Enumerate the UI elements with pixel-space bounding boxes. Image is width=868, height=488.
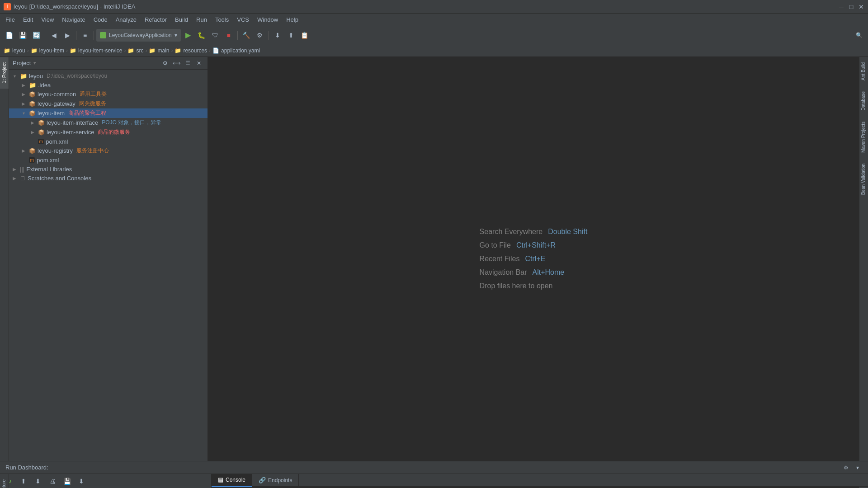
menu-view[interactable]: View	[38, 14, 57, 25]
toolbar-vcs-update-btn[interactable]: ⬇	[271, 29, 284, 42]
menu-vcs[interactable]: VCS	[233, 14, 253, 25]
toolbar-vcs-history-btn[interactable]: 📋	[298, 29, 311, 42]
run-scroll-down-btn[interactable]: ⬇	[32, 475, 44, 488]
breadcrumb-main[interactable]: 📁 main	[149, 47, 169, 54]
tree-item-idea[interactable]: ▶ 📁 .idea	[9, 80, 208, 89]
tree-item-external-libs[interactable]: ▶ ||| External Libraries	[9, 164, 208, 174]
hint-shortcut: Ctrl+Shift+R	[516, 241, 556, 249]
bottom-panel-header-icons: ⚙ ▾	[841, 463, 863, 473]
toolbar-stop-btn[interactable]: ■	[222, 29, 235, 42]
menu-build[interactable]: Build	[171, 14, 192, 25]
toolbar-sep1	[45, 31, 45, 40]
run-config-selector[interactable]: LeyouGatewayApplication ▾	[96, 29, 181, 42]
breadcrumb-leyou-item[interactable]: 📁 leyou-item	[31, 47, 64, 54]
toolbar-debug-btn[interactable]: 🐛	[195, 29, 208, 42]
tree-label: Scratches and Consoles	[28, 175, 91, 182]
search-everywhere-btn[interactable]: 🔍	[853, 29, 865, 42]
menu-refactor[interactable]: Refactor	[141, 14, 170, 25]
sidebar-tab-maven[interactable]: Maven Projects	[859, 116, 868, 158]
tree-item-pom1[interactable]: m pom.xml	[9, 137, 208, 146]
menu-edit[interactable]: Edit	[19, 14, 37, 25]
run-settings-btn[interactable]: ⚙	[841, 463, 851, 473]
console-tab-label: Console	[226, 477, 245, 483]
toolbar-structure-btn[interactable]: ≡	[79, 29, 91, 42]
tree-item-leyou-item-service[interactable]: ▶ 📦 leyou-item-service 商品的微服务	[9, 127, 208, 137]
menu-tools[interactable]: Tools	[212, 14, 232, 25]
breadcrumb-sep1: ›	[27, 47, 29, 54]
run-save-btn[interactable]: 💾	[61, 475, 73, 488]
breadcrumb-resources[interactable]: 📁 resources	[175, 47, 207, 54]
tree-item-leyou-gateway[interactable]: ▶ 📦 leyou-gateway 网关微服务	[9, 99, 208, 108]
tree-label: leyou-registry	[38, 147, 73, 154]
breadcrumb-leyou[interactable]: 📁 leyou	[4, 47, 25, 54]
minimize-button[interactable]: ─	[838, 4, 844, 10]
hint-label: Recent Files	[480, 255, 520, 263]
toolbar-sync-btn[interactable]: 🔄	[30, 29, 42, 42]
dropdown-arrow[interactable]: ▾	[33, 60, 36, 66]
expand-arrow: ▶	[11, 165, 18, 173]
close-button[interactable]: ✕	[858, 4, 864, 10]
menu-code[interactable]: Code	[90, 14, 111, 25]
toolbar-coverage-btn[interactable]: 🛡	[209, 29, 222, 42]
toolbar-vcs-commit-btn[interactable]: ⬆	[285, 29, 297, 42]
sidebar-tab-structure[interactable]: 2: Structure	[0, 474, 9, 488]
toolbar-sep4	[237, 31, 238, 40]
breadcrumb-application-yaml[interactable]: 📄 application.yaml	[212, 47, 260, 54]
run-filter-btn[interactable]: ⬇	[75, 475, 88, 488]
menu-navigate[interactable]: Navigate	[58, 14, 89, 25]
scratch-icon: 🗒	[20, 175, 26, 182]
tree-item-leyou-item[interactable]: ▾ 📦 leyou-item 商品的聚合工程	[9, 108, 208, 118]
run-config-icon	[100, 32, 106, 38]
run-print-btn[interactable]: 🖨	[46, 475, 59, 488]
toolbar-forward-btn[interactable]: ▶	[61, 29, 74, 42]
title-bar: I leyou [D:\idea_workspace\leyou] - Inte…	[0, 0, 868, 14]
breadcrumb-label: resources	[183, 47, 207, 54]
toolbar-sep3	[94, 31, 94, 40]
hint-search-everywhere: Search Everywhere Double Shift	[480, 228, 588, 236]
run-dashboard-left: 2: Structure ↻ ⬆ ⬇ 🖨 💾 ⬇ ▾ 🍃 Spring B	[0, 474, 212, 488]
module-icon: 📦	[29, 91, 36, 98]
hint-goto-file: Go to File Ctrl+Shift+R	[480, 241, 588, 249]
tree-label: leyou-common	[38, 91, 76, 98]
sidebar-tab-database[interactable]: Database	[859, 86, 868, 116]
tree-item-scratches[interactable]: ▶ 🗒 Scratches and Consoles	[9, 174, 208, 183]
menu-window[interactable]: Window	[254, 14, 282, 25]
run-scroll-up-btn[interactable]: ⬆	[17, 475, 30, 488]
panel-close-btn[interactable]: ✕	[194, 58, 204, 68]
tree-item-leyou-item-interface[interactable]: ▶ 📦 leyou-item-interface POJO 对象，接口，异常	[9, 118, 208, 127]
toolbar-save-btn[interactable]: 💾	[16, 29, 29, 42]
toolbar-sep5	[269, 31, 269, 40]
toolbar-run-btn[interactable]: ▶	[182, 29, 194, 42]
sidebar-tab-bean-validation[interactable]: Bean Validation	[859, 158, 868, 200]
menu-analyze[interactable]: Analyze	[112, 14, 140, 25]
tab-endpoints[interactable]: 🔗 Endpoints	[252, 474, 299, 486]
run-dashboard-title: Run Dashboard:	[5, 464, 48, 471]
toolbar-new-file-btn[interactable]: 📄	[3, 29, 15, 42]
sidebar-tab-ant-build[interactable]: Ant Build	[859, 57, 868, 86]
run-minimize-btn[interactable]: ▾	[853, 463, 863, 473]
tree-item-root[interactable]: ▾ 📁 leyou D:\idea_workspace\leyou	[9, 71, 208, 80]
tree-item-leyou-common[interactable]: ▶ 📦 leyou-common 通用工具类	[9, 89, 208, 99]
breadcrumb-leyou-item-service[interactable]: 📁 leyou-item-service	[70, 47, 122, 54]
menu-help[interactable]: Help	[283, 14, 302, 25]
breadcrumb-src[interactable]: 📁 src	[127, 47, 143, 54]
tree-item-leyou-registry[interactable]: ▶ 📦 leyou-registry 服务注册中心	[9, 146, 208, 155]
panel-settings-btn[interactable]: ⚙	[160, 58, 170, 68]
console-tabs: ▤ Console 🔗 Endpoints	[212, 474, 868, 487]
panel-header-icons: ⚙ ⟺ ☰ ✕	[160, 58, 204, 68]
maximize-button[interactable]: □	[848, 4, 854, 10]
menu-file[interactable]: File	[2, 14, 19, 25]
panel-gear-btn[interactable]: ☰	[183, 58, 193, 68]
console-icon: ▤	[218, 476, 223, 483]
tab-console[interactable]: ▤ Console	[212, 474, 252, 487]
sidebar-tab-project[interactable]: 1: Project	[0, 57, 9, 89]
hint-label: Search Everywhere	[480, 228, 543, 236]
tree-item-pom2[interactable]: m pom.xml	[9, 155, 208, 164]
toolbar-ant-btn[interactable]: ⚙	[254, 29, 266, 42]
toolbar-back-btn[interactable]: ◀	[47, 29, 60, 42]
tree-label: leyou-item	[38, 110, 65, 117]
breadcrumb-sep6: ›	[209, 47, 211, 54]
panel-expand-btn[interactable]: ⟺	[171, 58, 181, 68]
menu-run[interactable]: Run	[193, 14, 211, 25]
toolbar-build-btn[interactable]: 🔨	[240, 29, 253, 42]
